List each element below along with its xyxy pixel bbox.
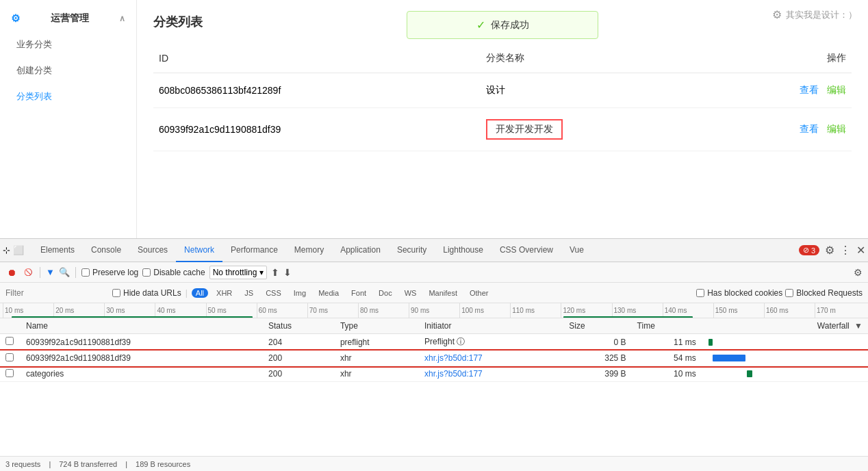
main-area: ⚙ 运营管理 ∧ 业务分类 创建分类 分类列表 ⚙ 其实我是设计：） [0, 0, 868, 238]
filter-type-manifest[interactable]: Manifest [424, 288, 461, 298]
category-name: 设计 [486, 84, 505, 95]
col-header-size[interactable]: Size [563, 318, 631, 334]
has-blocked-cookies-label[interactable]: Has blocked cookies [696, 288, 782, 298]
search-icon[interactable]: 🔍 [59, 267, 70, 277]
filter-input[interactable] [5, 288, 108, 298]
table-row: 608bc0865386113bf421289f 设计 查看 编辑 [153, 73, 852, 108]
row-1-waterfall [702, 351, 868, 366]
row-0-checkbox[interactable] [5, 337, 14, 345]
tab-performance[interactable]: Performance [222, 239, 286, 262]
timeline-mark-7: 80 ms [358, 303, 409, 318]
col-header-id: ID [153, 44, 481, 73]
col-header-waterfall[interactable]: Waterfall ▼ [702, 318, 868, 334]
col-header-name[interactable]: Name [21, 318, 263, 334]
network-row-1[interactable]: 60939f92a1c9d1190881df39 200 xhr xhr.js?… [0, 351, 868, 366]
devtools-close-icon[interactable]: ✕ [856, 244, 865, 257]
filter-type-doc[interactable]: Doc [374, 288, 396, 298]
preserve-log-label[interactable]: Preserve log [81, 268, 138, 277]
tab-memory[interactable]: Memory [286, 239, 332, 262]
edit-link-0[interactable]: 编辑 [827, 84, 846, 95]
app-container: ⚙ 运营管理 ∧ 业务分类 创建分类 分类列表 ⚙ 其实我是设计：） [0, 0, 868, 471]
network-row-0[interactable]: 60939f92a1c9d1190881df39 204 preflight P… [0, 334, 868, 351]
row-2-initiator-link[interactable]: xhr.js?b50d:177 [424, 369, 483, 379]
tab-sources[interactable]: Sources [129, 239, 176, 262]
col-header-initiator[interactable]: Initiator [419, 318, 563, 334]
waterfall-sort-arrow: ▼ [854, 321, 863, 331]
col-header-status[interactable]: Status [263, 318, 335, 334]
devtools-panel: ⊹ ⬜ Elements Console Sources Network Per… [0, 238, 868, 471]
row-0-name[interactable]: 60939f92a1c9d1190881df39 [21, 334, 263, 351]
record-button[interactable]: ⏺ [5, 266, 18, 279]
view-link-1[interactable]: 查看 [800, 123, 819, 134]
tab-vue[interactable]: Vue [561, 239, 592, 262]
row-2-name[interactable]: categories [21, 366, 263, 382]
timeline-ruler: 10 ms 20 ms 30 ms 40 ms 50 ms 60 ms 70 m… [0, 303, 868, 318]
blocked-requests-checkbox[interactable] [785, 289, 793, 297]
row-2-type: xhr [335, 366, 419, 382]
network-row-2[interactable]: categories 200 xhr xhr.js?b50d:177 399 B… [0, 366, 868, 382]
devtools-more-icon[interactable]: ⋮ [840, 244, 851, 257]
throttle-dropdown[interactable]: No throttling ▾ [209, 266, 268, 279]
disable-cache-label[interactable]: Disable cache [142, 268, 205, 277]
tab-security[interactable]: Security [389, 239, 435, 262]
row-1-size: 325 B [563, 351, 631, 366]
row-2-checkbox[interactable] [5, 369, 14, 377]
view-link-0[interactable]: 查看 [800, 84, 819, 95]
row-1-checkbox-cell [0, 351, 21, 366]
devtools-settings-icon[interactable]: ⚙ [825, 244, 834, 257]
tab-network[interactable]: Network [176, 239, 222, 262]
tab-console[interactable]: Console [83, 239, 129, 262]
col-header-time[interactable]: Time [632, 318, 702, 334]
blocked-requests-text: Blocked Requests [796, 288, 863, 298]
col-header-type[interactable]: Type [335, 318, 419, 334]
tab-css-overview[interactable]: CSS Overview [492, 239, 561, 262]
device-icon[interactable]: ⬜ [13, 245, 24, 255]
timeline-marks: 10 ms 20 ms 30 ms 40 ms 50 ms 60 ms 70 m… [3, 303, 865, 318]
filter-divider: | [186, 288, 188, 298]
row-0-initiator: Preflight ⓘ [419, 334, 563, 351]
row-id: 608bc0865386113bf421289f [153, 73, 481, 108]
filter-type-font[interactable]: Font [347, 288, 370, 298]
sidebar-item-category-list[interactable]: 分类列表 [0, 84, 136, 110]
tab-elements[interactable]: Elements [32, 239, 83, 262]
filter-type-ws[interactable]: WS [400, 288, 421, 298]
preserve-log-checkbox[interactable] [81, 268, 90, 277]
filter-type-all[interactable]: All [192, 288, 208, 298]
row-0-time: 11 ms [632, 334, 702, 351]
tab-application[interactable]: Application [332, 239, 389, 262]
download-icon[interactable]: ⬇ [283, 267, 292, 278]
blocked-requests-label[interactable]: Blocked Requests [785, 288, 863, 298]
timeline-mark-15: 160 ms [764, 303, 815, 318]
status-separator-1: | [49, 460, 51, 468]
filter-type-css[interactable]: CSS [261, 288, 285, 298]
filter-type-media[interactable]: Media [314, 288, 343, 298]
gear-icon: ⚙ [11, 12, 20, 25]
filter-type-xhr[interactable]: XHR [212, 288, 236, 298]
filter-icon[interactable]: ▼ [46, 267, 55, 277]
sidebar-collapse-icon[interactable]: ∧ [119, 14, 125, 23]
edit-link-1[interactable]: 编辑 [827, 123, 846, 134]
filter-type-js[interactable]: JS [240, 288, 257, 298]
row-2-checkbox-cell [0, 366, 21, 382]
has-blocked-cookies-checkbox[interactable] [696, 289, 704, 297]
disable-cache-checkbox[interactable] [142, 268, 151, 277]
network-settings-icon[interactable]: ⚙ [854, 267, 863, 278]
stop-button[interactable]: 🚫 [22, 266, 34, 279]
sidebar-item-create-category[interactable]: 创建分类 [0, 58, 136, 84]
hide-data-urls-label[interactable]: Hide data URLs [112, 288, 181, 298]
hide-data-urls-checkbox[interactable] [112, 289, 120, 297]
has-blocked-cookies-text: Has blocked cookies [707, 288, 782, 298]
toast-check-icon: ✓ [476, 18, 485, 31]
row-1-name[interactable]: 60939f92a1c9d1190881df39 [21, 351, 263, 366]
cursor-icon[interactable]: ⊹ [3, 245, 10, 255]
tab-lighthouse[interactable]: Lighthouse [435, 239, 492, 262]
upload-icon[interactable]: ⬆ [271, 267, 279, 278]
row-name: 开发开发开发 [481, 108, 696, 151]
filter-type-img[interactable]: Img [290, 288, 310, 298]
status-transferred: 724 B transferred [59, 460, 117, 468]
row-1-checkbox[interactable] [5, 353, 14, 361]
row-1-initiator-link[interactable]: xhr.js?b50d:177 [424, 353, 483, 363]
row-0-initiator-text: Preflight ⓘ [424, 337, 465, 346]
sidebar-item-business-category[interactable]: 业务分类 [0, 31, 136, 58]
filter-type-other[interactable]: Other [465, 288, 493, 298]
